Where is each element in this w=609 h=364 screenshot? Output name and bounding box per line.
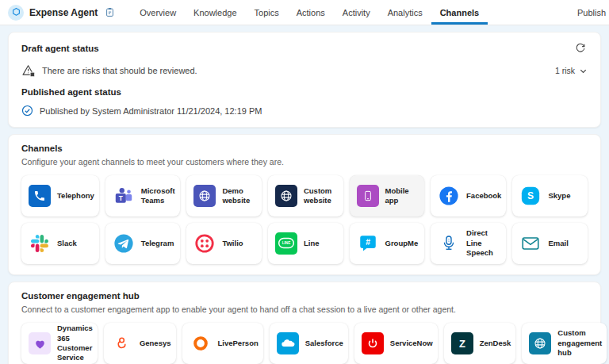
- slack-icon: [29, 232, 51, 255]
- channel-card-label: Demo website: [222, 186, 257, 206]
- telephony-icon: [29, 185, 51, 207]
- channel-card-skype[interactable]: S Skype: [512, 175, 588, 216]
- hub-card-label: Dynamics 365 Customer Service: [57, 324, 93, 362]
- channel-card-twilio[interactable]: Twilio: [186, 223, 262, 264]
- channel-card-label: Direct Line Speech: [466, 228, 501, 258]
- warning-icon: [21, 63, 36, 78]
- tab-analytics[interactable]: Analytics: [379, 0, 431, 25]
- channel-card-facebook[interactable]: Facebook: [431, 175, 506, 216]
- zendesk-icon: Z: [451, 332, 473, 354]
- twilio-icon: [193, 232, 216, 255]
- refresh-button[interactable]: [573, 41, 588, 56]
- facebook-icon: [438, 185, 460, 207]
- channel-card-groupme[interactable]: # GroupMe: [350, 223, 425, 264]
- publish-button[interactable]: Publish: [571, 0, 606, 25]
- svg-text:LINE: LINE: [282, 241, 291, 245]
- svg-text:Z: Z: [459, 338, 465, 350]
- svg-text:S: S: [527, 190, 534, 201]
- hub-card-label: LivePerson: [218, 339, 259, 348]
- channel-card-label: Mobile app: [385, 186, 420, 206]
- engagement-hub-panel: Customer engagement hub Connect to a cus…: [8, 282, 601, 364]
- channel-card-label: Facebook: [466, 191, 501, 201]
- hub-card-label: ServiceNow: [390, 339, 433, 348]
- mobile-app-icon: [357, 185, 379, 207]
- hub-card-label: Salesforce: [305, 339, 343, 348]
- clipboard-icon[interactable]: [105, 7, 115, 17]
- chevron-down-icon: [579, 67, 588, 75]
- channel-card-telegram[interactable]: Telegram: [105, 223, 181, 264]
- svg-text:T: T: [119, 194, 123, 202]
- dynamics-365-icon: [29, 332, 51, 354]
- channel-card-label: GroupMe: [385, 239, 419, 248]
- hub-card-dynamics-365-customer-service[interactable]: Dynamics 365 Customer Service: [21, 323, 98, 364]
- hub-card-zendesk[interactable]: Z ZenDesk: [444, 323, 516, 364]
- line-icon: LINE: [275, 232, 297, 255]
- skype-icon: S: [519, 185, 542, 207]
- channel-card-email[interactable]: Email: [512, 223, 588, 264]
- channels-card-grid: Telephony T Microsoft Teams: [21, 175, 588, 264]
- hub-card-label: ZenDesk: [480, 339, 511, 348]
- telegram-icon: [113, 232, 135, 255]
- channel-card-line[interactable]: LINE Line: [268, 223, 343, 264]
- liveperson-icon: [190, 332, 212, 354]
- channel-card-label: Telephony: [57, 191, 94, 201]
- engagement-hub-heading: Customer engagement hub: [21, 291, 588, 301]
- tab-overview[interactable]: Overview: [131, 0, 185, 25]
- custom-engagement-hub-icon: [529, 332, 551, 354]
- hub-card-servicenow[interactable]: ServiceNow: [354, 323, 438, 364]
- channels-description: Configure your agent channels to meet yo…: [21, 157, 588, 167]
- engagement-hub-description: Connect to a customer engagement app to …: [21, 305, 588, 314]
- servicenow-icon: [362, 332, 384, 354]
- channel-card-label: Line: [304, 239, 320, 248]
- tab-activity[interactable]: Activity: [334, 0, 379, 25]
- agent-avatar-icon: [8, 5, 24, 21]
- tab-knowledge[interactable]: Knowledge: [185, 0, 245, 25]
- risk-count-toggle[interactable]: 1 risk: [555, 66, 588, 75]
- channel-card-slack[interactable]: Slack: [21, 223, 99, 264]
- channel-card-mobile-app[interactable]: Mobile app: [350, 175, 425, 216]
- hub-card-custom-engagement-hub[interactable]: Custom engagement hub: [522, 323, 607, 364]
- topbar: Expense Agent Overview Knowledge Topics …: [0, 0, 609, 25]
- microsoft-teams-icon: T: [113, 185, 135, 207]
- channel-card-label: Custom website: [304, 186, 339, 206]
- published-message: Published by System Administrator 11/21/…: [40, 106, 262, 116]
- published-check-icon: [21, 105, 33, 117]
- tab-topics[interactable]: Topics: [246, 0, 288, 25]
- channel-card-label: Microsoft Teams: [141, 186, 176, 206]
- hub-card-liveperson[interactable]: LivePerson: [182, 323, 263, 364]
- channels-heading: Channels: [21, 144, 588, 153]
- direct-line-speech-icon: [438, 232, 460, 255]
- channel-card-custom-website[interactable]: Custom website: [268, 175, 343, 216]
- hub-card-salesforce[interactable]: Salesforce: [270, 323, 348, 364]
- channel-card-label: Email: [548, 239, 568, 248]
- tab-actions[interactable]: Actions: [288, 0, 334, 25]
- genesys-icon: [111, 332, 133, 354]
- tab-channels[interactable]: Channels: [431, 0, 488, 25]
- channel-card-direct-line-speech[interactable]: Direct Line Speech: [431, 223, 506, 264]
- tab-bar: Overview Knowledge Topics Actions Activi…: [131, 0, 488, 25]
- hub-card-label: Custom engagement hub: [557, 328, 602, 358]
- published-status-heading: Published agent status: [21, 87, 588, 97]
- agent-name: Expense Agent: [29, 7, 98, 18]
- engagement-hub-card-grid: Dynamics 365 Customer Service Genesys Li…: [21, 323, 588, 364]
- draft-status-heading: Draft agent status: [21, 44, 99, 53]
- hub-card-genesys[interactable]: Genesys: [104, 323, 176, 364]
- main-content: Draft agent status There are risks that …: [0, 25, 609, 364]
- risk-count-label: 1 risk: [555, 66, 575, 75]
- channel-card-telephony[interactable]: Telephony: [21, 175, 99, 216]
- salesforce-icon: [277, 332, 299, 354]
- channel-card-label: Skype: [548, 191, 570, 201]
- email-icon: [519, 232, 542, 255]
- channel-card-demo-website[interactable]: Demo website: [186, 175, 262, 216]
- channel-card-label: Twilio: [222, 239, 243, 248]
- channel-card-label: Slack: [57, 239, 77, 248]
- risk-message: There are risks that should be reviewed.: [42, 66, 197, 75]
- svg-text:#: #: [366, 238, 370, 247]
- channel-card-label: Telegram: [141, 239, 174, 248]
- channel-card-microsoft-teams[interactable]: T Microsoft Teams: [105, 175, 181, 216]
- hub-card-label: Genesys: [140, 339, 171, 348]
- groupme-icon: #: [357, 232, 379, 255]
- demo-website-icon: [193, 185, 216, 207]
- status-panel: Draft agent status There are risks that …: [8, 32, 601, 128]
- channels-panel: Channels Configure your agent channels t…: [8, 134, 601, 275]
